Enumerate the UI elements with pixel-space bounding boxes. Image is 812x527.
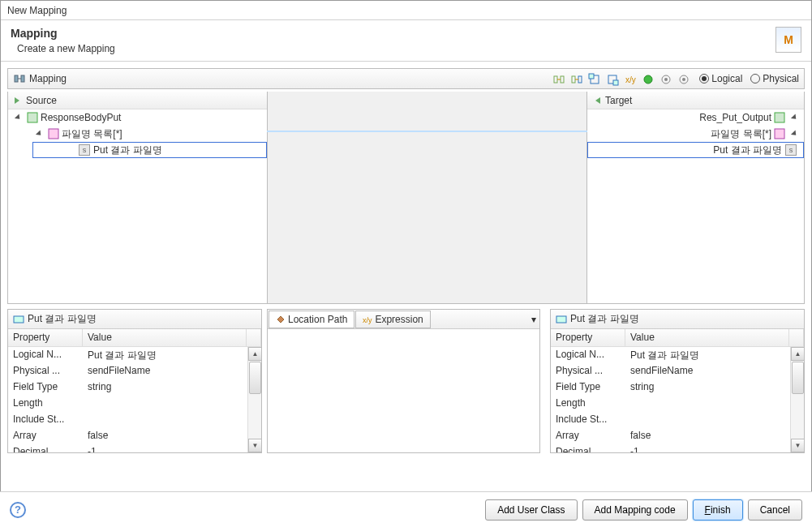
property-row[interactable]: Length — [551, 396, 804, 412]
tab-expression[interactable]: x/y Expression — [355, 311, 430, 328]
view-mode-physical[interactable]: Physical — [750, 73, 799, 84]
property-name: Physical ... — [8, 363, 83, 379]
property-value: -1 — [625, 444, 804, 452]
property-row[interactable]: Field Typestring — [8, 379, 261, 396]
source-properties-table: Property Value Logical N...Put 결과 파일명Phy… — [8, 329, 261, 452]
tb-icon-3[interactable] — [587, 72, 600, 85]
col-value[interactable]: Value — [83, 329, 247, 346]
source-tree[interactable]: ResponseBodyPut 파일명 목록[*] s Put 결과 파일명 — [8, 109, 267, 303]
tb-icon-green-dot[interactable] — [641, 72, 654, 85]
scroll-down-icon[interactable]: ▼ — [791, 439, 804, 452]
property-row[interactable]: Logical N...Put 결과 파일명 — [8, 347, 261, 363]
target-selected-node[interactable]: Put 결과 파일명 s — [587, 142, 804, 158]
svg-rect-8 — [589, 74, 594, 79]
property-row[interactable]: Arrayfalse — [551, 428, 804, 444]
property-row[interactable]: Length — [8, 396, 261, 412]
svg-rect-4 — [561, 76, 564, 83]
source-panel-header: Source — [8, 92, 267, 109]
property-row[interactable]: Logical N...Put 결과 파일명 — [551, 347, 804, 363]
property-value: false — [83, 428, 261, 444]
add-mapping-code-button[interactable]: Add Mapping code — [582, 499, 688, 521]
property-name: Include St... — [8, 412, 83, 428]
tb-icon-1[interactable] — [552, 72, 565, 85]
col-scroll-gap — [247, 329, 261, 346]
tb-icon-gear-2[interactable] — [677, 72, 690, 85]
svg-rect-21 — [14, 316, 24, 323]
scroll-down-icon[interactable]: ▼ — [248, 439, 261, 452]
tb-icon-gear-1[interactable] — [659, 72, 672, 85]
scroll-thumb[interactable] — [792, 362, 804, 394]
col-value[interactable]: Value — [625, 329, 789, 346]
svg-rect-6 — [578, 76, 582, 83]
source-panel-label: Source — [26, 95, 57, 106]
property-value — [83, 412, 261, 428]
expression-content[interactable] — [268, 329, 539, 452]
target-properties-body[interactable]: Logical N...Put 결과 파일명Physical ...sendFi… — [551, 347, 804, 452]
view-mode-logical[interactable]: Logical — [699, 73, 742, 84]
target-properties-panel: Put 결과 파일명 Property Value Logical N...Pu… — [550, 309, 805, 453]
property-value: string — [625, 379, 804, 396]
property-row[interactable]: Include St... — [551, 412, 804, 428]
property-name: Length — [551, 396, 625, 412]
property-row[interactable]: Field Typestring — [551, 379, 804, 396]
page-title: Mapping — [11, 27, 775, 40]
tab-label: Expression — [375, 314, 423, 325]
help-button[interactable]: ? — [10, 502, 26, 518]
radio-icon — [750, 74, 760, 84]
property-row[interactable]: Physical ...sendFileName — [551, 363, 804, 379]
window-title: New Mapping — [7, 5, 67, 16]
target-tree[interactable]: Res_Put_Output 파일명 목록[*] Put 결과 파일명 s — [587, 109, 804, 303]
source-properties-title: Put 결과 파일명 — [28, 312, 97, 326]
tree-expander[interactable] — [789, 113, 799, 122]
property-value: sendFileName — [625, 363, 804, 379]
property-value: Put 결과 파일명 — [625, 347, 804, 363]
field-icon — [556, 314, 567, 325]
property-name: Include St... — [551, 412, 625, 428]
scrollbar-vertical[interactable]: ▲ ▼ — [790, 347, 804, 452]
wizard-header-text: Mapping Create a new Mapping — [11, 27, 775, 54]
view-mode-radio-group: Logical Physical — [699, 73, 799, 84]
finish-button[interactable]: Finish — [693, 499, 743, 521]
wizard-header: Mapping Create a new Mapping M — [1, 20, 811, 62]
col-property[interactable]: Property — [551, 329, 625, 346]
svg-text:x/y: x/y — [363, 316, 372, 324]
tree-expander[interactable] — [34, 129, 44, 139]
tree-expander[interactable] — [13, 113, 23, 122]
target-properties-table: Property Value Logical N...Put 결과 파일명Phy… — [551, 329, 804, 452]
tab-location-path[interactable]: Location Path — [269, 311, 354, 328]
wizard-icon-label: M — [784, 33, 793, 46]
target-leaf-label: Put 결과 파일명 — [713, 144, 782, 157]
add-user-class-button[interactable]: Add User Class — [485, 499, 577, 521]
property-row[interactable]: Arrayfalse — [8, 428, 261, 444]
property-value — [625, 412, 804, 428]
scrollbar-vertical[interactable]: ▲ ▼ — [247, 347, 261, 452]
source-properties-body[interactable]: Logical N...Put 결과 파일명Physical ...sendFi… — [8, 347, 261, 452]
tab-dropdown-icon[interactable]: ▾ — [531, 314, 536, 325]
property-row[interactable]: Include St... — [8, 412, 261, 428]
source-properties-header: Put 결과 파일명 — [8, 310, 261, 329]
scroll-thumb[interactable] — [249, 362, 261, 394]
cancel-button[interactable]: Cancel — [748, 499, 802, 521]
expression-tabs: Location Path x/y Expression ▾ — [268, 310, 539, 329]
tb-icon-xy[interactable]: x/y — [623, 72, 636, 85]
property-row[interactable]: Decimal-1 — [551, 444, 804, 452]
tb-icon-4[interactable] — [605, 72, 618, 85]
scroll-up-icon[interactable]: ▲ — [248, 347, 261, 361]
source-selected-node[interactable]: s Put 결과 파일명 — [32, 142, 267, 158]
button-label: Cancel — [760, 504, 790, 516]
svg-rect-10 — [613, 80, 618, 85]
radio-label: Physical — [763, 73, 799, 84]
mapping-panels: Source ResponseBodyPut 파일명 목록[*] — [7, 92, 805, 304]
tree-expander[interactable] — [789, 129, 799, 139]
col-property[interactable]: Property — [8, 329, 83, 346]
type-badge: s — [785, 144, 797, 156]
bottom-panels: Put 결과 파일명 Property Value Logical N...Pu… — [7, 309, 805, 453]
mapping-canvas[interactable] — [268, 92, 586, 303]
property-row[interactable]: Decimal-1 — [8, 444, 261, 452]
scroll-up-icon[interactable]: ▲ — [791, 347, 804, 361]
tb-icon-2[interactable] — [569, 72, 582, 85]
target-properties-header: Put 결과 파일명 — [551, 310, 804, 329]
property-row[interactable]: Physical ...sendFileName — [8, 363, 261, 379]
property-name: Array — [8, 428, 83, 444]
type-badge: s — [79, 144, 90, 156]
